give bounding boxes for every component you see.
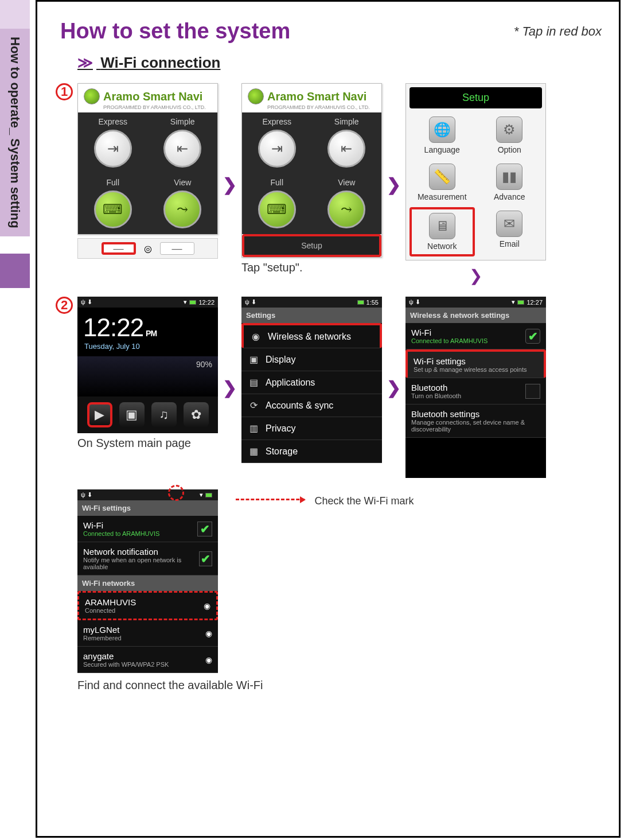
network-notification-toggle[interactable]: Network notificationNotify me when an op… [77, 542, 218, 575]
step1-row: 1 Aramo Smart Navi PROGRAMMED BY ARAMHUV… [77, 83, 602, 285]
screenshot-navi-home: Aramo Smart Navi PROGRAMMED BY ARAMHUVIS… [77, 83, 218, 259]
page-frame: How to set the system * Tap in red box ≫… [36, 0, 621, 838]
wifi-toggle[interactable]: Wi-FiConnected to ARAMHUVIS ✔ [77, 516, 218, 542]
wifi-icon: ▾ [200, 491, 203, 499]
screenshot-settings: ψ ⬇1:55 Settings ◉Wireless & networks ▣D… [241, 297, 382, 463]
wns-wifi-toggle[interactable]: Wi-FiConnected to ARAMHUVIS ✔ [405, 323, 546, 349]
view-button[interactable]: ⤳ [163, 190, 201, 228]
globe-icon [248, 88, 264, 104]
arrow-right-icon: ❯ [385, 174, 402, 195]
simple-label: Simple [170, 117, 195, 126]
side-accent-dark [0, 254, 30, 288]
express-button[interactable]: ⇥ [258, 130, 296, 168]
wns-header: Wireless & network settings [405, 308, 546, 323]
battery-icon [189, 300, 196, 305]
settings-accounts[interactable]: ⟳Accounts & sync [241, 394, 382, 417]
dock-gallery-icon[interactable]: ▣ [119, 402, 145, 427]
wns-bluetooth-settings[interactable]: Bluetooth settingsManage connections, se… [405, 405, 546, 438]
simple-button[interactable]: ⇤ [327, 130, 365, 168]
status-time: 12:22 [198, 299, 214, 306]
notify-checkbox[interactable]: ✔ [199, 551, 212, 566]
setup-item-option[interactable]: ⚙Option [477, 113, 543, 158]
hw-button-center[interactable]: ◎ [139, 242, 157, 255]
arrow-down-icon: ❯ [469, 266, 482, 285]
setup-bar[interactable]: Setup [242, 234, 381, 257]
dock-settings-icon[interactable]: ✿ [184, 402, 209, 427]
page-title: How to set the system [60, 19, 290, 44]
setup-header: Setup [410, 87, 542, 108]
hw-button-right[interactable]: — [160, 242, 194, 255]
wifi-icon: ◉ [249, 331, 262, 342]
settings-storage[interactable]: ▦Storage [241, 440, 382, 463]
dock-music-icon[interactable]: ♫ [151, 402, 177, 427]
step2-marker: 2 [56, 297, 73, 314]
check-icon: ✔ [200, 523, 210, 535]
settings-applications[interactable]: ▤Applications [241, 371, 382, 394]
side-accent-light [0, 0, 30, 29]
view-button[interactable]: ⤳ [327, 190, 365, 228]
wifi-networks-header: Wi-Fi networks [77, 575, 218, 591]
storage-icon: ▦ [247, 446, 260, 457]
express-button[interactable]: ⇥ [94, 130, 132, 168]
chevron-icon: ≫ [77, 54, 93, 71]
home-widget-area: 90% [77, 356, 218, 396]
dock-app-icon[interactable]: ▶ [87, 402, 112, 427]
check-icon: ✔ [201, 553, 210, 565]
side-gap [0, 236, 30, 254]
wifi-checkbox[interactable]: ✔ [197, 522, 212, 536]
network-icon: 🖥 [429, 213, 455, 239]
wifi-checkbox[interactable]: ✔ [525, 329, 540, 344]
home-clock: 12:22PM [77, 308, 218, 342]
bars-icon: ▮▮ [496, 164, 522, 190]
setup-item-advance[interactable]: ▮▮Advance [477, 160, 543, 205]
arrow-right-icon: ❯ [221, 378, 238, 398]
simple-button[interactable]: ⇤ [163, 130, 201, 168]
usb-icon: ψ ⬇ [81, 298, 92, 306]
caption-check-mark: Check the Wi-Fi mark [315, 495, 414, 507]
display-icon: ▣ [247, 354, 260, 365]
privacy-icon: ▥ [247, 423, 260, 434]
signal-lock-icon: ◉ [205, 629, 212, 638]
app-subtitle: PROGRAMMED BY ARAMHUVIS CO., LTD. [242, 104, 381, 112]
setup-item-language[interactable]: 🌐Language [410, 113, 475, 158]
screenshot-navi-setup: Aramo Smart Navi PROGRAMMED BY ARAMHUVIS… [241, 83, 382, 274]
status-bar: ψ ⬇ ▾ [77, 489, 218, 500]
wns-wifi-settings[interactable]: Wi-Fi settingsSet up & manage wireless a… [405, 349, 546, 378]
globe-icon: 🌐 [429, 116, 455, 143]
full-label: Full [106, 178, 119, 187]
home-date: Tuesday, July 10 [77, 342, 218, 356]
wifi-mark-highlight [168, 485, 184, 501]
wifi-network-mylgnet[interactable]: myLGNetRemembered ◉ [77, 620, 218, 647]
full-button[interactable]: ⌨ [258, 190, 296, 228]
check-icon: ✔ [528, 330, 538, 342]
step2-row: 2 ψ ⬇ ▾12:22 12:22PM Tuesday, July 10 90… [77, 297, 602, 478]
mail-icon: ✉ [496, 211, 522, 237]
signal-icon: ◉ [204, 601, 210, 610]
settings-privacy[interactable]: ▥Privacy [241, 417, 382, 440]
wns-bluetooth-toggle[interactable]: BluetoothTurn on Bluetooth [405, 378, 546, 405]
hardware-button-bar: — ◎ — [77, 238, 218, 259]
section-subtitle-text: Wi-Fi connection [100, 54, 220, 71]
full-button[interactable]: ⌨ [94, 190, 132, 228]
screenshot-setup-menu: Setup 🌐Language ⚙Option 📏Measurement ▮▮A… [405, 83, 546, 285]
settings-wireless[interactable]: ◉Wireless & networks [241, 323, 382, 348]
setup-item-email[interactable]: ✉Email [477, 207, 543, 256]
screenshot-wireless-settings: ψ ⬇▾12:27 Wireless & network settings Wi… [405, 297, 546, 478]
hw-button-left[interactable]: — [102, 242, 136, 255]
app-title: Aramo Smart Navi [103, 90, 202, 103]
setup-item-network[interactable]: 🖥Network [410, 207, 475, 256]
apps-icon: ▤ [247, 377, 260, 388]
tap-hint: * Tap in red box [514, 24, 602, 39]
settings-header: Settings [241, 308, 382, 323]
app-title: Aramo Smart Navi [267, 90, 366, 103]
bt-checkbox[interactable] [525, 384, 540, 399]
caption-find-connect: Find and connect the available Wi-Fi [77, 679, 263, 692]
wifi-network-anygate[interactable]: anygateSecured with WPA/WPA2 PSK ◉ [77, 647, 218, 673]
setup-item-measurement[interactable]: 📏Measurement [410, 160, 475, 205]
pointer-line [236, 499, 305, 500]
express-label: Express [98, 117, 127, 126]
settings-display[interactable]: ▣Display [241, 348, 382, 371]
caption-main-page: On System main page [77, 437, 218, 450]
wifi-network-aramhuvis[interactable]: ARAMHUVISConnected ◉ [77, 591, 218, 620]
app-subtitle: PROGRAMMED BY ARAMHUVIS CO., LTD. [78, 104, 217, 112]
